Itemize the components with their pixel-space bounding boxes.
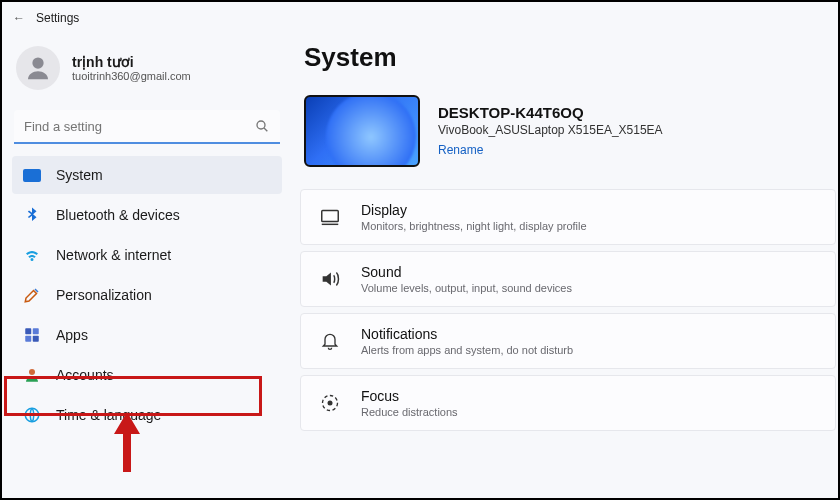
sidebar-item-apps[interactable]: Apps bbox=[12, 316, 282, 354]
settings-window: ← Settings trịnh tươi tuoitrinh360@gmail… bbox=[0, 0, 840, 500]
sidebar-item-accounts[interactable]: Accounts bbox=[12, 356, 282, 394]
accounts-icon bbox=[22, 365, 42, 385]
svg-rect-10 bbox=[322, 211, 339, 222]
sidebar-item-personalization[interactable]: Personalization bbox=[12, 276, 282, 314]
svg-line-2 bbox=[264, 128, 267, 131]
settings-card-list: Display Monitors, brightness, night ligh… bbox=[300, 189, 838, 431]
bell-icon bbox=[317, 331, 343, 351]
app-title: Settings bbox=[36, 11, 79, 25]
card-desc: Alerts from apps and system, do not dist… bbox=[361, 344, 573, 356]
sidebar-item-network[interactable]: Network & internet bbox=[12, 236, 282, 274]
profile-block[interactable]: trịnh tươi tuoitrinh360@gmail.com bbox=[12, 42, 282, 104]
back-icon[interactable]: ← bbox=[10, 11, 28, 25]
sound-icon bbox=[317, 268, 343, 290]
avatar bbox=[16, 46, 60, 90]
sidebar-item-system[interactable]: System bbox=[12, 156, 282, 194]
card-desc: Reduce distractions bbox=[361, 406, 458, 418]
card-title: Display bbox=[361, 202, 587, 218]
display-icon bbox=[317, 206, 343, 228]
device-name: DESKTOP-K44T6OQ bbox=[438, 104, 663, 121]
svg-point-13 bbox=[328, 401, 333, 406]
card-title: Notifications bbox=[361, 326, 573, 342]
bluetooth-icon bbox=[22, 205, 42, 225]
titlebar: ← Settings bbox=[2, 2, 838, 34]
wifi-icon bbox=[22, 245, 42, 265]
device-info: DESKTOP-K44T6OQ VivoBook_ASUSLaptop X515… bbox=[438, 104, 663, 158]
profile-name: trịnh tươi bbox=[72, 54, 191, 70]
window-body: trịnh tươi tuoitrinh360@gmail.com System bbox=[2, 34, 838, 498]
card-text: Notifications Alerts from apps and syste… bbox=[361, 326, 573, 356]
sidebar-item-time-language[interactable]: Time & language bbox=[12, 396, 282, 434]
main-content: System DESKTOP-K44T6OQ VivoBook_ASUSLapt… bbox=[292, 34, 838, 498]
svg-point-0 bbox=[32, 57, 43, 68]
sidebar-item-label: Accounts bbox=[56, 367, 114, 383]
search-icon bbox=[254, 118, 270, 138]
device-block: DESKTOP-K44T6OQ VivoBook_ASUSLaptop X515… bbox=[304, 95, 838, 167]
device-thumbnail bbox=[304, 95, 420, 167]
nav-list: System Bluetooth & devices Network & int… bbox=[12, 156, 282, 434]
sidebar-item-label: Time & language bbox=[56, 407, 161, 423]
focus-icon bbox=[317, 393, 343, 413]
sidebar: trịnh tươi tuoitrinh360@gmail.com System bbox=[2, 34, 292, 498]
svg-point-1 bbox=[257, 121, 265, 129]
svg-rect-4 bbox=[33, 328, 39, 334]
globe-icon bbox=[22, 405, 42, 425]
search-container bbox=[14, 110, 280, 144]
sidebar-item-label: Bluetooth & devices bbox=[56, 207, 180, 223]
card-text: Sound Volume levels, output, input, soun… bbox=[361, 264, 572, 294]
svg-rect-6 bbox=[33, 336, 39, 342]
card-text: Focus Reduce distractions bbox=[361, 388, 458, 418]
sidebar-item-label: Personalization bbox=[56, 287, 152, 303]
monitor-icon bbox=[22, 165, 42, 185]
brush-icon bbox=[22, 285, 42, 305]
sidebar-item-label: Apps bbox=[56, 327, 88, 343]
sidebar-item-label: System bbox=[56, 167, 103, 183]
search-input[interactable] bbox=[14, 110, 280, 144]
svg-rect-5 bbox=[25, 336, 31, 342]
profile-email: tuoitrinh360@gmail.com bbox=[72, 70, 191, 82]
card-focus[interactable]: Focus Reduce distractions bbox=[300, 375, 836, 431]
card-desc: Monitors, brightness, night light, displ… bbox=[361, 220, 587, 232]
card-sound[interactable]: Sound Volume levels, output, input, soun… bbox=[300, 251, 836, 307]
card-title: Focus bbox=[361, 388, 458, 404]
card-title: Sound bbox=[361, 264, 572, 280]
card-text: Display Monitors, brightness, night ligh… bbox=[361, 202, 587, 232]
svg-rect-3 bbox=[25, 328, 31, 334]
svg-point-7 bbox=[29, 369, 35, 375]
sidebar-item-label: Network & internet bbox=[56, 247, 171, 263]
apps-icon bbox=[22, 325, 42, 345]
device-model: VivoBook_ASUSLaptop X515EA_X515EA bbox=[438, 123, 663, 137]
card-notifications[interactable]: Notifications Alerts from apps and syste… bbox=[300, 313, 836, 369]
page-title: System bbox=[304, 42, 838, 73]
sidebar-item-bluetooth[interactable]: Bluetooth & devices bbox=[12, 196, 282, 234]
card-desc: Volume levels, output, input, sound devi… bbox=[361, 282, 572, 294]
rename-link[interactable]: Rename bbox=[438, 143, 483, 157]
card-display[interactable]: Display Monitors, brightness, night ligh… bbox=[300, 189, 836, 245]
person-icon bbox=[23, 53, 53, 83]
profile-text: trịnh tươi tuoitrinh360@gmail.com bbox=[72, 54, 191, 82]
